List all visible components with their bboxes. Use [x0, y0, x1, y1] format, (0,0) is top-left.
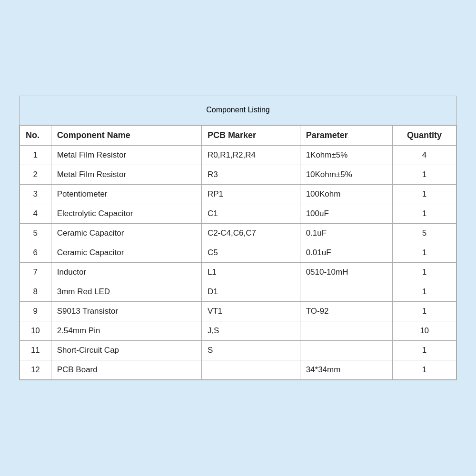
table-row: 2Metal Film ResistorR310Kohm±5%1: [20, 165, 456, 185]
col-header-no: No.: [20, 126, 51, 146]
cell-0: 1: [20, 146, 51, 165]
cell-0: 6: [20, 243, 51, 263]
cell-0: 8: [20, 282, 51, 302]
cell-1: Ceramic Capacitor: [51, 243, 201, 263]
cell-1: S9013 Transistor: [51, 302, 201, 321]
cell-4: 4: [393, 146, 456, 165]
table-row: 11Short-Circuit CapS1: [20, 341, 456, 360]
cell-2: C1: [201, 204, 300, 224]
cell-2: R3: [201, 165, 300, 185]
cell-1: Metal Film Resistor: [51, 146, 201, 165]
component-listing-container: Component Listing No. Component Name PCB…: [10, 86, 466, 390]
cell-4: 5: [393, 224, 456, 243]
col-header-name: Component Name: [51, 126, 201, 146]
page-title: Component Listing: [206, 106, 269, 114]
cell-4: 1: [393, 243, 456, 263]
cell-3: [300, 282, 393, 302]
col-header-pcb: PCB Marker: [201, 126, 300, 146]
cell-3: [300, 341, 393, 360]
cell-4: 1: [393, 282, 456, 302]
title-section: Component Listing: [19, 96, 457, 125]
col-header-qty: Quantity: [393, 126, 456, 146]
cell-3: 100uF: [300, 204, 393, 224]
cell-3: [300, 321, 393, 341]
table-row: 9S9013 TransistorVT1TO-921: [20, 302, 456, 321]
cell-1: Potentiometer: [51, 185, 201, 204]
cell-0: 5: [20, 224, 51, 243]
cell-3: 1Kohm±5%: [300, 146, 393, 165]
cell-3: 10Kohm±5%: [300, 165, 393, 185]
cell-1: Metal Film Resistor: [51, 165, 201, 185]
cell-0: 12: [20, 360, 51, 380]
cell-0: 7: [20, 263, 51, 282]
cell-0: 4: [20, 204, 51, 224]
table-row: 7InductorL10510-10mH1: [20, 263, 456, 282]
cell-3: 0.1uF: [300, 224, 393, 243]
table-row: 3PotentiometerRP1100Kohm1: [20, 185, 456, 204]
cell-1: 2.54mm Pin: [51, 321, 201, 341]
cell-2: S: [201, 341, 300, 360]
cell-0: 10: [20, 321, 51, 341]
col-header-param: Parameter: [300, 126, 393, 146]
table-row: 12PCB Board34*34mm1: [20, 360, 456, 380]
cell-2: VT1: [201, 302, 300, 321]
cell-0: 3: [20, 185, 51, 204]
cell-4: 1: [393, 185, 456, 204]
cell-2: C5: [201, 243, 300, 263]
cell-2: [201, 360, 300, 380]
cell-1: PCB Board: [51, 360, 201, 380]
table-body: 1Metal Film ResistorR0,R1,R2,R41Kohm±5%4…: [20, 146, 456, 380]
table-row: 6Ceramic CapacitorC50.01uF1: [20, 243, 456, 263]
cell-4: 1: [393, 360, 456, 380]
cell-2: RP1: [201, 185, 300, 204]
cell-3: TO-92: [300, 302, 393, 321]
cell-4: 1: [393, 165, 456, 185]
cell-2: J,S: [201, 321, 300, 341]
table-row: 4Electrolytic CapacitorC1100uF1: [20, 204, 456, 224]
component-table: No. Component Name PCB Marker Parameter …: [20, 125, 456, 380]
cell-0: 2: [20, 165, 51, 185]
table-row: 102.54mm PinJ,S10: [20, 321, 456, 341]
cell-1: Ceramic Capacitor: [51, 224, 201, 243]
table-wrapper: No. Component Name PCB Marker Parameter …: [19, 125, 457, 380]
table-header-row: No. Component Name PCB Marker Parameter …: [20, 126, 456, 146]
cell-1: Inductor: [51, 263, 201, 282]
cell-0: 11: [20, 341, 51, 360]
cell-2: C2-C4,C6,C7: [201, 224, 300, 243]
cell-1: Electrolytic Capacitor: [51, 204, 201, 224]
cell-3: 0510-10mH: [300, 263, 393, 282]
cell-3: 0.01uF: [300, 243, 393, 263]
table-row: 1Metal Film ResistorR0,R1,R2,R41Kohm±5%4: [20, 146, 456, 165]
cell-1: 3mm Red LED: [51, 282, 201, 302]
cell-2: D1: [201, 282, 300, 302]
cell-4: 10: [393, 321, 456, 341]
table-row: 5Ceramic CapacitorC2-C4,C6,C70.1uF5: [20, 224, 456, 243]
cell-3: 34*34mm: [300, 360, 393, 380]
cell-4: 1: [393, 341, 456, 360]
cell-3: 100Kohm: [300, 185, 393, 204]
cell-1: Short-Circuit Cap: [51, 341, 201, 360]
cell-2: R0,R1,R2,R4: [201, 146, 300, 165]
cell-0: 9: [20, 302, 51, 321]
cell-4: 1: [393, 263, 456, 282]
cell-4: 1: [393, 204, 456, 224]
cell-4: 1: [393, 302, 456, 321]
table-row: 83mm Red LEDD11: [20, 282, 456, 302]
cell-2: L1: [201, 263, 300, 282]
